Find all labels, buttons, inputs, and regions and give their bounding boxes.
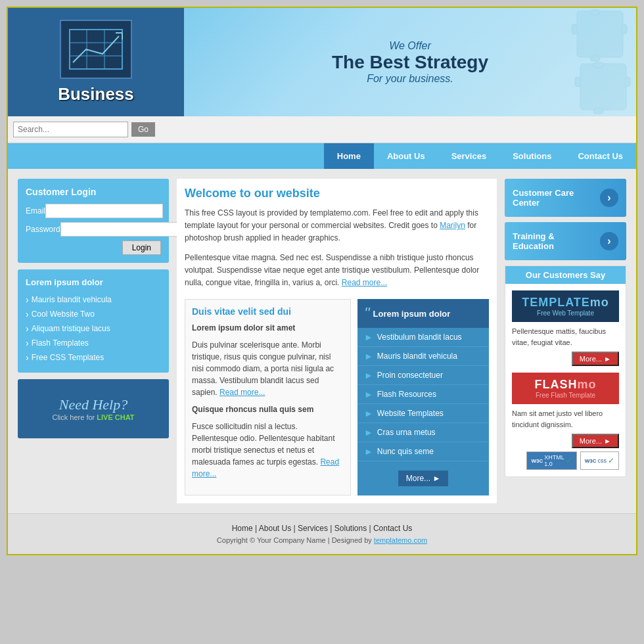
footer-contact[interactable]: Contact Us bbox=[373, 524, 412, 533]
quote-icon: " bbox=[364, 304, 370, 323]
copyright: Copyright © Your Company Name | Designed… bbox=[18, 536, 626, 544]
search-input[interactable] bbox=[13, 122, 128, 137]
flashmo-text: Nam sit amet justo vel libero tincidunt … bbox=[512, 408, 619, 430]
header-offer: We Offer bbox=[332, 40, 488, 52]
svg-rect-12 bbox=[580, 64, 626, 110]
header-main-title: The Best Strategy bbox=[332, 52, 488, 73]
right-col-more-button[interactable]: More... ► bbox=[398, 471, 449, 486]
templatemo-logo: TEMPLATEmo Free Web Template bbox=[512, 290, 619, 322]
svg-rect-14 bbox=[625, 77, 630, 87]
nav-bar: Home About Us Services Solutions Contact… bbox=[8, 143, 636, 169]
quick-links-section: Lorem ipsum dolor Mauris blandit vehicul… bbox=[18, 269, 169, 373]
chevron-right-icon: › bbox=[600, 189, 618, 207]
read-more-1[interactable]: Read more... bbox=[219, 388, 265, 397]
article-text-2: Fusce sollicitudin nisl a lectus. Pellen… bbox=[192, 421, 344, 480]
svg-rect-9 bbox=[622, 24, 627, 34]
left-article-column: Duis vitae velit sed dui Lorem ipsum dol… bbox=[185, 299, 351, 495]
footer-about[interactable]: About Us bbox=[259, 524, 291, 533]
svg-rect-13 bbox=[593, 62, 603, 68]
quick-link-item[interactable]: Cool Website Two bbox=[26, 307, 161, 321]
footer-home[interactable]: Home bbox=[232, 524, 253, 533]
nav-contact[interactable]: Contact Us bbox=[564, 143, 636, 169]
templatemo-link[interactable]: templatemo.com bbox=[374, 536, 427, 544]
welcome-text-1: This free CSS layout is provided by temp… bbox=[185, 207, 489, 245]
list-item[interactable]: ► Mauris blandit vehicula bbox=[357, 347, 489, 366]
welcome-text-2: Pellentesque vitae magna. Sed nec est. S… bbox=[185, 252, 489, 290]
quick-link-item[interactable]: Flash Templates bbox=[26, 336, 161, 350]
article-title: Duis vitae velit sed dui bbox=[192, 306, 344, 317]
customer-care-button[interactable]: Customer CareCenter › bbox=[505, 179, 626, 217]
list-item[interactable]: ► Flash Resources bbox=[357, 385, 489, 404]
site-logo bbox=[60, 20, 132, 79]
svg-rect-11 bbox=[572, 24, 577, 34]
training-label: Training &Education bbox=[513, 231, 555, 251]
need-help-section[interactable]: Need Help? Click here for LIVE CHAT bbox=[18, 379, 169, 438]
svg-rect-8 bbox=[590, 10, 600, 15]
css-badge: W3C css ✓ bbox=[580, 451, 619, 470]
templatemo-more-button[interactable]: More... ► bbox=[572, 352, 619, 366]
read-more-2[interactable]: Read more... bbox=[192, 457, 339, 478]
article-subtitle-2: Quisque rhoncus nulla quis sem bbox=[192, 405, 313, 414]
our-customers-section: Our Customers Say TEMPLATEmo Free Web Te… bbox=[505, 265, 626, 477]
customer-care-label: Customer CareCenter bbox=[513, 188, 574, 208]
quick-link-item[interactable]: Aliquam tristique lacus bbox=[26, 321, 161, 336]
read-more-main[interactable]: Read more... bbox=[342, 278, 387, 287]
login-button[interactable]: Login bbox=[122, 241, 161, 255]
list-item[interactable]: ► Website Templates bbox=[357, 404, 489, 423]
list-item[interactable]: ► Nunc quis seme bbox=[357, 442, 489, 461]
quick-link-item[interactable]: Mauris blandit vehicula bbox=[26, 292, 161, 307]
puzzle-decoration bbox=[505, 8, 636, 116]
marilyn-link[interactable]: Marilyn bbox=[440, 221, 465, 230]
email-field[interactable] bbox=[45, 204, 163, 218]
footer: Home | About Us | Services | Solutions |… bbox=[8, 513, 636, 554]
list-item[interactable]: ► Cras urna metus bbox=[357, 423, 489, 442]
training-education-button[interactable]: Training &Education › bbox=[505, 222, 626, 260]
live-chat-text: Click here for LIVE CHAT bbox=[52, 413, 134, 421]
nav-services[interactable]: Services bbox=[438, 143, 500, 169]
footer-services[interactable]: Services bbox=[298, 524, 328, 533]
svg-rect-16 bbox=[575, 77, 580, 87]
quick-link-item[interactable]: Free CSS Templates bbox=[26, 350, 161, 365]
nav-solutions[interactable]: Solutions bbox=[499, 143, 564, 169]
nav-about[interactable]: About Us bbox=[374, 143, 438, 169]
flashmo-logo: FLASHmo Free Flash Template bbox=[512, 373, 619, 404]
customer-login-section: Customer Login Email Password Login bbox=[18, 179, 169, 263]
welcome-title: Welcome to our website bbox=[185, 187, 489, 200]
xhtml-badge: W3C XHTML1.0 ✓ bbox=[526, 451, 576, 470]
list-item[interactable]: ► Proin consectetuer bbox=[357, 366, 489, 385]
footer-solutions[interactable]: Solutions bbox=[334, 524, 367, 533]
customers-title: Our Customers Say bbox=[505, 266, 626, 284]
customer-login-title: Customer Login bbox=[26, 187, 161, 197]
go-button[interactable]: Go bbox=[131, 122, 155, 137]
right-list-column: " Lorem ipsum dolor ► Vestibulum blandit… bbox=[357, 299, 489, 495]
article-text-1: Duis pulvinar scelerisque ante. Morbi tr… bbox=[192, 339, 344, 398]
templatemo-text: Pellentesque mattis, faucibus vitae, feu… bbox=[512, 326, 619, 348]
email-label: Email bbox=[26, 206, 45, 216]
w3c-badges: W3C XHTML1.0 ✓ W3C css ✓ bbox=[512, 451, 619, 470]
svg-rect-15 bbox=[593, 108, 603, 114]
chevron-right-icon-2: › bbox=[600, 232, 618, 250]
right-col-title: Lorem ipsum dolor bbox=[373, 309, 451, 319]
need-help-title: Need Help? bbox=[59, 396, 127, 413]
article-subtitle-1: Lorem ipsum dolor sit amet bbox=[192, 323, 295, 333]
header-sub-title: For your business. bbox=[332, 73, 488, 85]
svg-rect-0 bbox=[70, 30, 122, 69]
site-title: Business bbox=[58, 84, 134, 104]
svg-rect-7 bbox=[577, 11, 623, 57]
list-item[interactable]: ► Vestibulum blandit lacus bbox=[357, 328, 489, 347]
footer-links: Home | About Us | Services | Solutions |… bbox=[18, 524, 626, 533]
quick-links-title: Lorem ipsum dolor bbox=[26, 277, 161, 287]
svg-rect-10 bbox=[590, 56, 600, 61]
nav-home[interactable]: Home bbox=[324, 143, 374, 169]
flashmo-more-button[interactable]: More... ► bbox=[572, 434, 619, 448]
password-field[interactable] bbox=[60, 222, 178, 237]
password-label: Password bbox=[26, 225, 60, 234]
